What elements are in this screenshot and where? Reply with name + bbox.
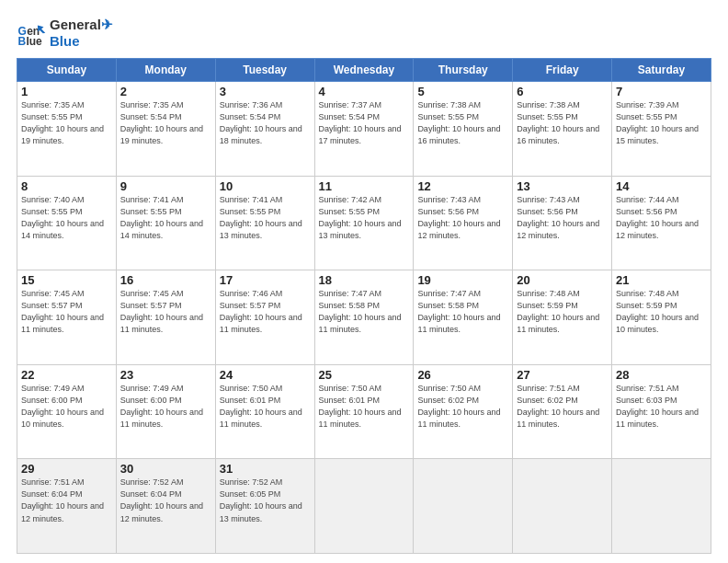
day-info: Sunrise: 7:48 AMSunset: 5:59 PMDaylight:… (616, 288, 707, 336)
calendar-cell: 21Sunrise: 7:48 AMSunset: 5:59 PMDayligh… (612, 270, 711, 365)
calendar-cell: 31Sunrise: 7:52 AMSunset: 6:05 PMDayligh… (215, 459, 314, 554)
calendar-cell: 26Sunrise: 7:50 AMSunset: 6:02 PMDayligh… (414, 364, 513, 459)
day-info: Sunrise: 7:50 AMSunset: 6:01 PMDaylight:… (220, 383, 311, 431)
day-info: Sunrise: 7:35 AMSunset: 5:55 PMDaylight:… (21, 99, 112, 147)
calendar-cell: 25Sunrise: 7:50 AMSunset: 6:01 PMDayligh… (314, 364, 414, 459)
calendar-cell: 5Sunrise: 7:38 AMSunset: 5:55 PMDaylight… (414, 82, 513, 177)
calendar-cell: 22Sunrise: 7:49 AMSunset: 6:00 PMDayligh… (17, 364, 117, 459)
day-info: Sunrise: 7:41 AMSunset: 5:55 PMDaylight:… (120, 194, 211, 242)
logo-text: General✈ Blue (50, 17, 113, 49)
calendar-cell: 9Sunrise: 7:41 AMSunset: 5:55 PMDaylight… (116, 176, 215, 270)
calendar-cell: 2Sunrise: 7:35 AMSunset: 5:54 PMDaylight… (116, 82, 215, 177)
day-number: 26 (417, 368, 508, 382)
day-number: 10 (220, 179, 311, 193)
calendar-cell: 12Sunrise: 7:43 AMSunset: 5:56 PMDayligh… (414, 176, 513, 270)
calendar-cell: 18Sunrise: 7:47 AMSunset: 5:58 PMDayligh… (314, 270, 414, 365)
calendar-cell: 28Sunrise: 7:51 AMSunset: 6:03 PMDayligh… (612, 364, 711, 459)
header: G en B lue General✈ Blue (17, 17, 711, 49)
day-info: Sunrise: 7:38 AMSunset: 5:55 PMDaylight:… (417, 99, 508, 147)
calendar-cell: 13Sunrise: 7:43 AMSunset: 5:56 PMDayligh… (513, 176, 612, 270)
calendar-cell: 8Sunrise: 7:40 AMSunset: 5:55 PMDaylight… (17, 176, 117, 270)
day-number: 15 (21, 273, 112, 287)
day-number: 7 (616, 85, 707, 98)
logo: G en B lue General✈ Blue (17, 17, 113, 49)
calendar-cell (612, 459, 711, 554)
day-number: 28 (616, 368, 707, 382)
calendar-body: 1Sunrise: 7:35 AMSunset: 5:55 PMDaylight… (17, 82, 711, 554)
day-number: 4 (319, 85, 410, 98)
day-number: 31 (220, 462, 311, 476)
day-number: 25 (319, 368, 410, 382)
day-info: Sunrise: 7:51 AMSunset: 6:02 PMDaylight:… (517, 383, 608, 431)
day-info: Sunrise: 7:41 AMSunset: 5:55 PMDaylight:… (220, 194, 311, 242)
weekday-header-sunday: Sunday (17, 59, 117, 82)
week-row-3: 22Sunrise: 7:49 AMSunset: 6:00 PMDayligh… (17, 364, 711, 459)
calendar-cell (314, 459, 414, 554)
day-info: Sunrise: 7:42 AMSunset: 5:55 PMDaylight:… (319, 194, 410, 242)
day-info: Sunrise: 7:43 AMSunset: 5:56 PMDaylight:… (517, 194, 608, 242)
day-info: Sunrise: 7:40 AMSunset: 5:55 PMDaylight:… (21, 194, 112, 242)
day-info: Sunrise: 7:50 AMSunset: 6:02 PMDaylight:… (417, 383, 508, 431)
calendar: SundayMondayTuesdayWednesdayThursdayFrid… (17, 58, 711, 554)
calendar-cell: 16Sunrise: 7:45 AMSunset: 5:57 PMDayligh… (116, 270, 215, 365)
calendar-cell: 17Sunrise: 7:46 AMSunset: 5:57 PMDayligh… (215, 270, 314, 365)
day-info: Sunrise: 7:47 AMSunset: 5:58 PMDaylight:… (319, 288, 410, 336)
day-info: Sunrise: 7:47 AMSunset: 5:58 PMDaylight:… (417, 288, 508, 336)
weekday-header-friday: Friday (513, 59, 612, 82)
logo-icon: G en B lue (17, 18, 46, 48)
day-info: Sunrise: 7:38 AMSunset: 5:55 PMDaylight:… (517, 99, 608, 147)
weekday-header-tuesday: Tuesday (215, 59, 314, 82)
day-info: Sunrise: 7:35 AMSunset: 5:54 PMDaylight:… (120, 99, 211, 147)
calendar-cell: 11Sunrise: 7:42 AMSunset: 5:55 PMDayligh… (314, 176, 414, 270)
day-number: 5 (417, 85, 508, 98)
day-info: Sunrise: 7:39 AMSunset: 5:55 PMDaylight:… (616, 99, 707, 147)
day-number: 17 (220, 273, 311, 287)
week-row-4: 29Sunrise: 7:51 AMSunset: 6:04 PMDayligh… (17, 459, 711, 554)
day-number: 1 (21, 85, 112, 98)
day-info: Sunrise: 7:50 AMSunset: 6:01 PMDaylight:… (319, 383, 410, 431)
day-info: Sunrise: 7:49 AMSunset: 6:00 PMDaylight:… (120, 383, 211, 431)
svg-text:B: B (18, 34, 27, 47)
day-number: 30 (120, 462, 211, 476)
calendar-cell: 10Sunrise: 7:41 AMSunset: 5:55 PMDayligh… (215, 176, 314, 270)
day-number: 13 (517, 179, 608, 193)
weekday-header-wednesday: Wednesday (314, 59, 414, 82)
day-number: 23 (120, 368, 211, 382)
calendar-cell: 14Sunrise: 7:44 AMSunset: 5:56 PMDayligh… (612, 176, 711, 270)
week-row-0: 1Sunrise: 7:35 AMSunset: 5:55 PMDaylight… (17, 82, 711, 177)
calendar-cell: 23Sunrise: 7:49 AMSunset: 6:00 PMDayligh… (116, 364, 215, 459)
day-info: Sunrise: 7:49 AMSunset: 6:00 PMDaylight:… (21, 383, 112, 431)
calendar-cell: 27Sunrise: 7:51 AMSunset: 6:02 PMDayligh… (513, 364, 612, 459)
day-info: Sunrise: 7:37 AMSunset: 5:54 PMDaylight:… (319, 99, 410, 147)
day-number: 19 (417, 273, 508, 287)
day-info: Sunrise: 7:51 AMSunset: 6:04 PMDaylight:… (21, 477, 112, 524)
day-number: 9 (120, 179, 211, 193)
weekday-header-monday: Monday (116, 59, 215, 82)
day-number: 14 (616, 179, 707, 193)
calendar-cell: 4Sunrise: 7:37 AMSunset: 5:54 PMDaylight… (314, 82, 414, 177)
day-info: Sunrise: 7:51 AMSunset: 6:03 PMDaylight:… (616, 383, 707, 431)
day-number: 2 (120, 85, 211, 98)
weekday-header-saturday: Saturday (612, 59, 711, 82)
day-info: Sunrise: 7:44 AMSunset: 5:56 PMDaylight:… (616, 194, 707, 242)
day-number: 21 (616, 273, 707, 287)
calendar-cell: 24Sunrise: 7:50 AMSunset: 6:01 PMDayligh… (215, 364, 314, 459)
day-number: 8 (21, 179, 112, 193)
calendar-cell: 19Sunrise: 7:47 AMSunset: 5:58 PMDayligh… (414, 270, 513, 365)
day-info: Sunrise: 7:48 AMSunset: 5:59 PMDaylight:… (517, 288, 608, 336)
day-info: Sunrise: 7:43 AMSunset: 5:56 PMDaylight:… (417, 194, 508, 242)
day-number: 12 (417, 179, 508, 193)
calendar-cell: 6Sunrise: 7:38 AMSunset: 5:55 PMDaylight… (513, 82, 612, 177)
day-number: 11 (319, 179, 410, 193)
day-number: 24 (220, 368, 311, 382)
calendar-cell: 1Sunrise: 7:35 AMSunset: 5:55 PMDaylight… (17, 82, 117, 177)
calendar-cell: 20Sunrise: 7:48 AMSunset: 5:59 PMDayligh… (513, 270, 612, 365)
calendar-cell: 30Sunrise: 7:52 AMSunset: 6:04 PMDayligh… (116, 459, 215, 554)
day-number: 16 (120, 273, 211, 287)
page: G en B lue General✈ Blue SundayMondayTue… (0, 0, 728, 563)
weekday-header-row: SundayMondayTuesdayWednesdayThursdayFrid… (17, 59, 711, 82)
week-row-1: 8Sunrise: 7:40 AMSunset: 5:55 PMDaylight… (17, 176, 711, 270)
day-info: Sunrise: 7:46 AMSunset: 5:57 PMDaylight:… (220, 288, 311, 336)
day-info: Sunrise: 7:52 AMSunset: 6:05 PMDaylight:… (220, 477, 311, 524)
day-number: 29 (21, 462, 112, 476)
